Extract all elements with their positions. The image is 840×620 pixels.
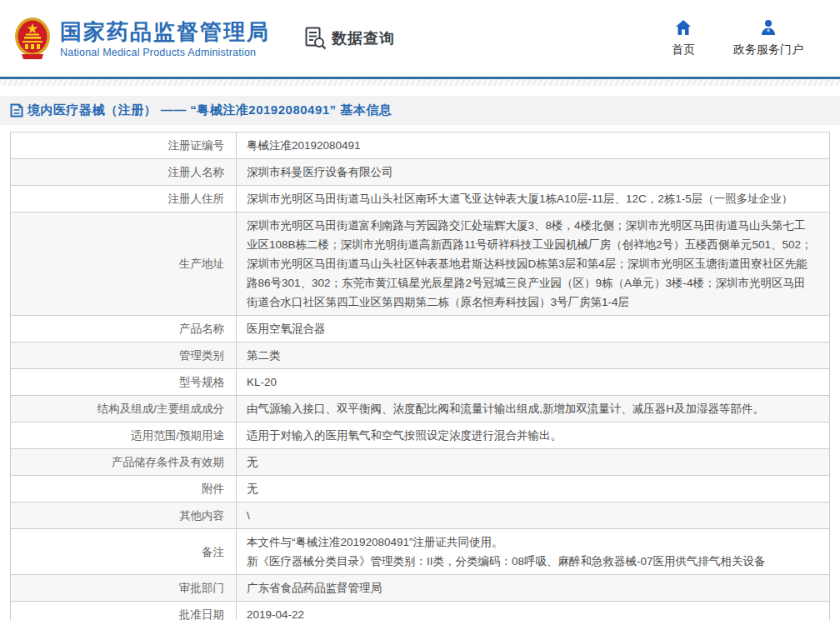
row-value: 深圳市科曼医疗设备有限公司 bbox=[237, 159, 830, 186]
header: 国家药品监督管理局 National Medical Products Admi… bbox=[0, 0, 840, 77]
row-label: 审批部门 bbox=[11, 575, 237, 602]
table-row: 结构及组成/主要组成成分 由气源输入接口、双平衡阀、浓度配比阀和流量计输出组成,… bbox=[11, 396, 830, 422]
nav-home[interactable]: 首页 bbox=[672, 19, 695, 58]
table-row: 管理类别 第二类 bbox=[11, 342, 830, 369]
nav-gov-portal-label: 政务服务门户 bbox=[733, 42, 803, 58]
table-row: 注册人名称 深圳市科曼医疗设备有限公司 bbox=[11, 159, 830, 186]
data-query-menu[interactable]: 数据查询 bbox=[305, 27, 395, 50]
row-label: 批准日期 bbox=[11, 602, 237, 620]
row-value: 广东省食品药品监督管理局 bbox=[237, 575, 830, 602]
row-label: 结构及组成/主要组成成分 bbox=[11, 396, 237, 422]
row-value: 由气源输入接口、双平衡阀、浓度配比阀和流量计输出组成,新增加双流量计、减压器H及… bbox=[237, 396, 830, 422]
row-label: 备注 bbox=[11, 529, 237, 575]
document-search-icon bbox=[305, 27, 327, 50]
row-value: 第二类 bbox=[237, 342, 830, 369]
table-row: 产品储存条件及有效期 无 bbox=[11, 449, 830, 476]
org-name-zh: 国家药品监督管理局 bbox=[60, 19, 270, 44]
breadcrumb: 境内医疗器械（注册） —— “粤械注准20192080491” 基本信息 bbox=[28, 102, 392, 118]
row-value: \ bbox=[237, 502, 830, 529]
breadcrumb-bar: 境内医疗器械（注册） —— “粤械注准20192080491” 基本信息 bbox=[0, 96, 840, 125]
nav-home-label: 首页 bbox=[672, 42, 695, 58]
table-row: 附件 无 bbox=[11, 476, 830, 502]
row-label: 生产地址 bbox=[11, 212, 237, 316]
row-label: 产品储存条件及有效期 bbox=[11, 449, 237, 476]
table-row: 批准日期 2019-04-22 bbox=[11, 602, 830, 620]
row-value: KL-20 bbox=[237, 369, 830, 396]
nmpa-logo[interactable]: 国家药品监督管理局 National Medical Products Admi… bbox=[13, 16, 270, 61]
row-value: 无 bbox=[237, 476, 830, 502]
table-row: 注册人住所 深圳市光明区马田街道马山头社区南环大道飞亚达钟表大厦1栋A10层-1… bbox=[11, 186, 830, 212]
row-value: 2019-04-22 bbox=[237, 602, 830, 620]
document-icon bbox=[10, 103, 23, 118]
home-icon bbox=[675, 19, 692, 36]
row-label: 适用范围/预期用途 bbox=[11, 422, 237, 449]
row-value: 本文件与“粤械注准20192080491”注册证共同使用。 新《医疗器械分类目录… bbox=[237, 529, 830, 575]
table-row: 注册证编号 粤械注准20192080491 bbox=[11, 132, 830, 159]
header-nav: 首页 政务服务门户 bbox=[672, 19, 815, 58]
row-value: 无 bbox=[237, 449, 830, 476]
table-row: 适用范围/预期用途 适用于对输入的医用氧气和空气按照设定浓度进行混合并输出。 bbox=[11, 422, 830, 449]
row-value: 深圳市光明区马田街道富利南路与芳园路交汇处瑞辉大厦3、8楼，4楼北侧；深圳市光明… bbox=[237, 212, 830, 316]
table-row: 审批部门 广东省食品药品监督管理局 bbox=[11, 575, 830, 602]
data-query-label: 数据查询 bbox=[332, 28, 395, 48]
row-label: 产品名称 bbox=[11, 316, 237, 342]
table-row: 产品名称 医用空氧混合器 bbox=[11, 316, 830, 342]
row-value: 深圳市光明区马田街道马山头社区南环大道飞亚达钟表大厦1栋A10层-11层、12C… bbox=[237, 186, 830, 212]
row-label: 型号规格 bbox=[11, 369, 237, 396]
row-value: 适用于对输入的医用氧气和空气按照设定浓度进行混合并输出。 bbox=[237, 422, 830, 449]
hatch-band bbox=[0, 79, 840, 86]
row-label: 注册人名称 bbox=[11, 159, 237, 186]
table-row: 其他内容 \ bbox=[11, 502, 830, 529]
person-icon bbox=[760, 19, 777, 36]
table-row: 备注 本文件与“粤械注准20192080491”注册证共同使用。 新《医疗器械分… bbox=[11, 529, 830, 575]
row-value: 医用空氧混合器 bbox=[237, 316, 830, 342]
row-label: 注册人住所 bbox=[11, 186, 237, 212]
row-label: 注册证编号 bbox=[11, 132, 237, 159]
nav-gov-portal[interactable]: 政务服务门户 bbox=[733, 19, 803, 58]
org-name-en: National Medical Products Administration bbox=[60, 47, 270, 58]
row-value: 粤械注准20192080491 bbox=[237, 132, 830, 159]
row-label: 管理类别 bbox=[11, 342, 237, 369]
national-emblem-icon bbox=[13, 16, 52, 61]
registration-info-table: 注册证编号 粤械注准20192080491 注册人名称 深圳市科曼医疗设备有限公… bbox=[10, 132, 830, 620]
table-row: 型号规格 KL-20 bbox=[11, 369, 830, 396]
row-label: 其他内容 bbox=[11, 502, 237, 529]
row-label: 附件 bbox=[11, 476, 237, 502]
table-row: 生产地址 深圳市光明区马田街道富利南路与芳园路交汇处瑞辉大厦3、8楼，4楼北侧；… bbox=[11, 212, 830, 316]
